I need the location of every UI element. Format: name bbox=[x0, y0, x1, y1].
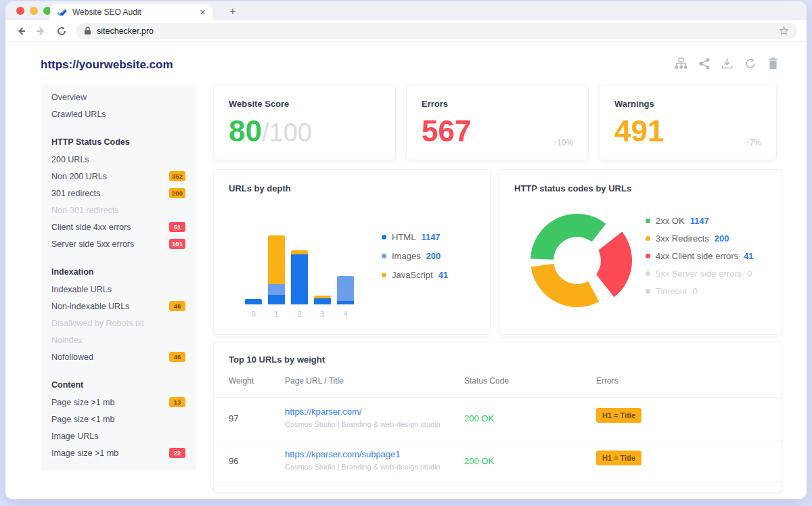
sidebar-item-page-size-1-mb[interactable]: Page size >1 mb13 bbox=[41, 394, 196, 411]
minimize-window-button[interactable] bbox=[30, 7, 38, 15]
legend-item-images: Images 200 bbox=[382, 251, 448, 261]
sidebar-item-non-indexable-urls[interactable]: Non-indexable URLs46 bbox=[41, 298, 196, 315]
http-codes-donut-chart bbox=[520, 203, 635, 318]
cell-error-badge: H1 = Title bbox=[596, 408, 641, 423]
table-row: 96https://kparser.com/subpage1Cosmos Stu… bbox=[214, 440, 782, 482]
col-status-code: Status Code bbox=[464, 376, 509, 386]
http-codes-card: HTTP status codes by URLs 2xx OK 11473xx… bbox=[499, 169, 782, 335]
download-icon[interactable] bbox=[721, 57, 734, 70]
legend-dot-icon bbox=[646, 236, 650, 241]
legend-dot-icon bbox=[382, 235, 386, 239]
bar-segment-javascript bbox=[268, 235, 285, 284]
tab-title: Website SEO Audit bbox=[72, 7, 194, 17]
sidebar-item-200-urls[interactable]: 200 URLs bbox=[41, 151, 196, 168]
sidebar-section-http-status-codes: HTTP Status Codes bbox=[41, 134, 196, 151]
count-badge: 46 bbox=[169, 301, 185, 311]
table-divider bbox=[214, 482, 782, 483]
x-tick-label: 3 bbox=[314, 310, 331, 318]
sidebar-item-nofollowed[interactable]: Nofollowed46 bbox=[41, 348, 196, 365]
cell-weight: 96 bbox=[229, 456, 238, 466]
sidebar-item-label: Page size >1 mb bbox=[51, 398, 169, 407]
sidebar-item-overview[interactable]: Overview bbox=[41, 89, 196, 106]
sidebar-item-label: Disallowed by Robots.txt bbox=[51, 319, 185, 328]
browser-tab[interactable]: Website SEO Audit ✕ bbox=[50, 4, 212, 20]
sidebar-section-content: Content bbox=[41, 377, 196, 394]
legend-label: Images bbox=[392, 251, 421, 261]
cell-page-url-link[interactable]: https://kparser.com/subpage1 bbox=[285, 449, 401, 459]
window-controls bbox=[16, 7, 51, 15]
sidebar-item-server-side-5xx-errors[interactable]: Server side 5xx errors101 bbox=[41, 235, 196, 252]
sidebar-item-301-redirects[interactable]: 301 redirects200 bbox=[41, 185, 196, 202]
urls-by-depth-card: URLs by depth 01234 HTML 1147Images 200J… bbox=[213, 169, 491, 335]
col-errors: Errors bbox=[596, 376, 618, 386]
sidebar-item-label: Non 200 URLs bbox=[51, 172, 169, 181]
forward-icon[interactable] bbox=[35, 25, 47, 37]
legend-value: 1147 bbox=[421, 232, 440, 242]
sidebar-item-label: Crawled URLs bbox=[51, 110, 185, 119]
legend-label: 3xx Redirects bbox=[656, 233, 709, 244]
cell-error-badge: H1 = Title bbox=[596, 451, 641, 465]
legend-label: HTML bbox=[392, 232, 415, 242]
refresh-icon[interactable] bbox=[744, 57, 757, 70]
legend-dot-icon bbox=[646, 271, 650, 276]
address-bar[interactable]: sitechecker.pro bbox=[76, 23, 797, 39]
legend-dot-icon bbox=[382, 273, 386, 277]
sidebar-item-non-200-urls[interactable]: Non 200 URLs352 bbox=[41, 168, 196, 185]
close-window-button[interactable] bbox=[16, 7, 24, 15]
bar-segment-html bbox=[245, 299, 262, 304]
sidebar-item-image-urls[interactable]: Image URLs bbox=[41, 428, 196, 444]
share-icon[interactable] bbox=[698, 57, 710, 70]
sidebar-item-indexable-urls[interactable]: Indexable URLs bbox=[41, 281, 196, 298]
legend-label: Timeout bbox=[656, 286, 687, 296]
reload-icon[interactable] bbox=[55, 25, 68, 37]
legend-dot-icon bbox=[382, 254, 386, 258]
sidebar-item-label: Server side 5xx errors bbox=[51, 239, 169, 249]
cell-page-url-link[interactable]: https://kparser.com/ bbox=[285, 407, 361, 417]
top-urls-title: Top 10 URLs by weight bbox=[229, 354, 325, 365]
tab-close-icon[interactable]: ✕ bbox=[200, 8, 206, 17]
sidebar-item-label: Nofollowed bbox=[51, 352, 169, 362]
bar-depth-4 bbox=[337, 276, 354, 304]
legend-item-timeout: Timeout 0 bbox=[646, 286, 754, 296]
bookmark-star-icon[interactable] bbox=[779, 26, 789, 36]
donut-hole bbox=[554, 237, 601, 284]
x-tick-label: 4 bbox=[337, 310, 354, 318]
report-actions bbox=[675, 57, 780, 70]
sidebar-item-client-side-4xx-errors[interactable]: Client side 4xx errors51 bbox=[41, 218, 196, 235]
errors-card: Errors 567 ↑10% bbox=[406, 85, 589, 160]
bar-segment-html bbox=[291, 254, 308, 304]
count-badge: 352 bbox=[169, 171, 185, 181]
legend-dot-icon bbox=[646, 289, 650, 294]
sidebar-item-label: Non-indexable URLs bbox=[51, 302, 169, 311]
sidebar-item-page-size-1-mb[interactable]: Page size <1 mb bbox=[41, 411, 196, 428]
delete-icon[interactable] bbox=[767, 57, 780, 70]
errors-trend: ↑10% bbox=[553, 138, 573, 147]
sitemap-icon[interactable] bbox=[675, 57, 687, 70]
http-codes-legend: 2xx OK 11473xx Redirects 2004xx Client s… bbox=[646, 216, 754, 296]
sidebar-item-non-301-redirects: Non-301 redirects bbox=[41, 202, 196, 218]
table-header: Weight Page URL / Title Status Code Erro… bbox=[214, 376, 782, 397]
table-row: 97https://kparser.com/Cosmos Studio | Br… bbox=[214, 397, 782, 440]
count-badge: 51 bbox=[169, 222, 185, 232]
http-codes-title: HTTP status codes by URLs bbox=[514, 183, 631, 193]
count-badge: 46 bbox=[169, 352, 185, 362]
new-tab-button[interactable]: + bbox=[223, 4, 242, 19]
count-badge: 101 bbox=[169, 239, 185, 249]
legend-label: 2xx OK bbox=[656, 216, 685, 226]
depth-axis-labels: 01234 bbox=[245, 310, 354, 318]
back-icon[interactable] bbox=[15, 25, 27, 37]
sidebar-item-label: Page size <1 mb bbox=[51, 415, 185, 424]
favicon-sitechecker-icon bbox=[57, 7, 67, 18]
sidebar-item-label: Overview bbox=[51, 93, 185, 102]
dashboard-page: https://yourwebsite.com Ov bbox=[5, 42, 807, 499]
sidebar-item-crawled-urls[interactable]: Crawled URLs bbox=[41, 106, 196, 122]
col-page-url: Page URL / Title bbox=[285, 376, 344, 386]
url-text: sitechecker.pro bbox=[97, 26, 773, 36]
sidebar-item-image-size-1-mb[interactable]: Image size >1 mb22 bbox=[41, 444, 196, 461]
sidebar-item-label: 200 URLs bbox=[51, 155, 185, 164]
sidebar-item-label: 301 redirects bbox=[51, 189, 169, 198]
depth-bar-chart bbox=[245, 234, 354, 304]
errors-label: Errors bbox=[422, 99, 448, 109]
legend-item-3xx-redirects: 3xx Redirects 200 bbox=[646, 233, 754, 244]
legend-value: 200 bbox=[426, 251, 441, 261]
